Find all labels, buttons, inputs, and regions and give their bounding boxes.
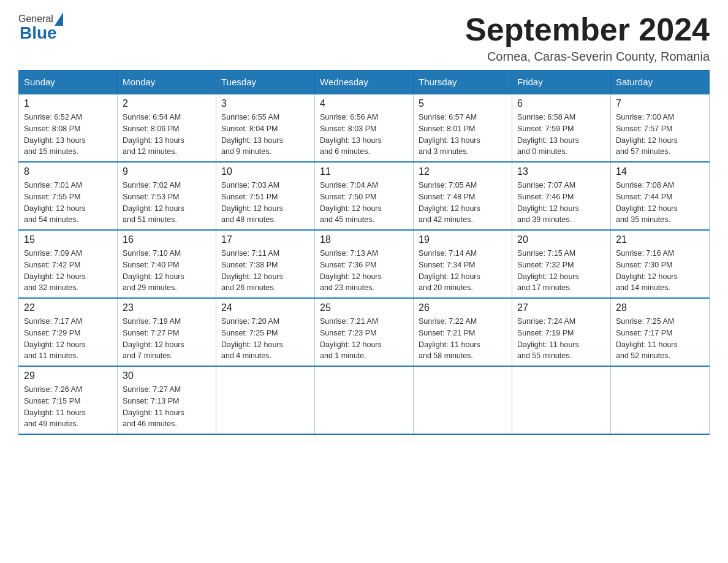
- calendar-cell: 30Sunrise: 7:27 AMSunset: 7:13 PMDayligh…: [118, 366, 216, 434]
- calendar-cell: [512, 366, 611, 434]
- day-number: 7: [616, 98, 704, 109]
- calendar-cell: 17Sunrise: 7:11 AMSunset: 7:38 PMDayligh…: [216, 230, 315, 298]
- day-info: Sunrise: 7:19 AMSunset: 7:27 PMDaylight:…: [123, 316, 211, 362]
- calendar-cell: [216, 366, 315, 434]
- day-number: 12: [419, 166, 507, 177]
- calendar-cell: 28Sunrise: 7:25 AMSunset: 7:17 PMDayligh…: [611, 298, 710, 366]
- month-title: September 2024: [465, 12, 710, 47]
- day-info: Sunrise: 6:54 AMSunset: 8:06 PMDaylight:…: [123, 112, 211, 158]
- day-number: 1: [24, 98, 112, 109]
- calendar-cell: 18Sunrise: 7:13 AMSunset: 7:36 PMDayligh…: [315, 230, 414, 298]
- calendar-cell: 10Sunrise: 7:03 AMSunset: 7:51 PMDayligh…: [216, 162, 315, 230]
- day-number: 14: [616, 166, 704, 177]
- calendar-cell: 4Sunrise: 6:56 AMSunset: 8:03 PMDaylight…: [315, 94, 414, 162]
- day-info: Sunrise: 7:08 AMSunset: 7:44 PMDaylight:…: [616, 180, 704, 226]
- calendar-cell: 21Sunrise: 7:16 AMSunset: 7:30 PMDayligh…: [611, 230, 710, 298]
- day-number: 27: [517, 302, 605, 313]
- calendar-cell: 27Sunrise: 7:24 AMSunset: 7:19 PMDayligh…: [512, 298, 611, 366]
- day-number: 16: [123, 234, 211, 245]
- day-info: Sunrise: 7:15 AMSunset: 7:32 PMDaylight:…: [517, 248, 605, 294]
- calendar-header-saturday: Saturday: [611, 71, 710, 94]
- day-info: Sunrise: 7:26 AMSunset: 7:15 PMDaylight:…: [24, 384, 112, 430]
- day-info: Sunrise: 7:14 AMSunset: 7:34 PMDaylight:…: [419, 248, 507, 294]
- calendar-week-4: 22Sunrise: 7:17 AMSunset: 7:29 PMDayligh…: [19, 298, 710, 366]
- calendar-header-tuesday: Tuesday: [216, 71, 315, 94]
- day-number: 11: [320, 166, 408, 177]
- calendar-cell: 6Sunrise: 6:58 AMSunset: 7:59 PMDaylight…: [512, 94, 611, 162]
- day-info: Sunrise: 6:52 AMSunset: 8:08 PMDaylight:…: [24, 112, 112, 158]
- calendar-week-5: 29Sunrise: 7:26 AMSunset: 7:15 PMDayligh…: [19, 366, 710, 434]
- calendar-cell: 16Sunrise: 7:10 AMSunset: 7:40 PMDayligh…: [118, 230, 216, 298]
- day-number: 10: [221, 166, 309, 177]
- day-info: Sunrise: 6:55 AMSunset: 8:04 PMDaylight:…: [221, 112, 309, 158]
- logo-blue-text: Blue: [20, 23, 57, 43]
- day-info: Sunrise: 7:11 AMSunset: 7:38 PMDaylight:…: [221, 248, 309, 294]
- day-info: Sunrise: 7:16 AMSunset: 7:30 PMDaylight:…: [616, 248, 704, 294]
- day-info: Sunrise: 7:01 AMSunset: 7:55 PMDaylight:…: [24, 180, 112, 226]
- day-info: Sunrise: 7:27 AMSunset: 7:13 PMDaylight:…: [123, 384, 211, 430]
- day-info: Sunrise: 6:58 AMSunset: 7:59 PMDaylight:…: [517, 112, 605, 158]
- calendar-cell: [611, 366, 710, 434]
- day-number: 25: [320, 302, 408, 313]
- day-info: Sunrise: 7:10 AMSunset: 7:40 PMDaylight:…: [123, 248, 211, 294]
- day-number: 28: [616, 302, 704, 313]
- calendar-week-1: 1Sunrise: 6:52 AMSunset: 8:08 PMDaylight…: [19, 94, 710, 162]
- calendar-cell: 1Sunrise: 6:52 AMSunset: 8:08 PMDaylight…: [19, 94, 118, 162]
- page-header: General Blue September 2024 Cornea, Cara…: [18, 12, 710, 64]
- calendar-header-row: SundayMondayTuesdayWednesdayThursdayFrid…: [19, 71, 710, 94]
- calendar-cell: 3Sunrise: 6:55 AMSunset: 8:04 PMDaylight…: [216, 94, 315, 162]
- calendar-cell: 2Sunrise: 6:54 AMSunset: 8:06 PMDaylight…: [118, 94, 216, 162]
- day-number: 5: [419, 98, 507, 109]
- location-subtitle: Cornea, Caras-Severin County, Romania: [465, 50, 710, 64]
- day-number: 15: [24, 234, 112, 245]
- calendar-cell: 20Sunrise: 7:15 AMSunset: 7:32 PMDayligh…: [512, 230, 611, 298]
- day-number: 18: [320, 234, 408, 245]
- day-info: Sunrise: 7:09 AMSunset: 7:42 PMDaylight:…: [24, 248, 112, 294]
- calendar-cell: [315, 366, 414, 434]
- day-info: Sunrise: 6:56 AMSunset: 8:03 PMDaylight:…: [320, 112, 408, 158]
- day-number: 22: [24, 302, 112, 313]
- day-number: 6: [517, 98, 605, 109]
- calendar-cell: 14Sunrise: 7:08 AMSunset: 7:44 PMDayligh…: [611, 162, 710, 230]
- calendar-header-sunday: Sunday: [19, 71, 118, 94]
- calendar-cell: 7Sunrise: 7:00 AMSunset: 7:57 PMDaylight…: [611, 94, 710, 162]
- day-info: Sunrise: 7:05 AMSunset: 7:48 PMDaylight:…: [419, 180, 507, 226]
- calendar-cell: 13Sunrise: 7:07 AMSunset: 7:46 PMDayligh…: [512, 162, 611, 230]
- calendar-header-wednesday: Wednesday: [315, 71, 414, 94]
- calendar-cell: 19Sunrise: 7:14 AMSunset: 7:34 PMDayligh…: [414, 230, 512, 298]
- day-info: Sunrise: 7:21 AMSunset: 7:23 PMDaylight:…: [320, 316, 408, 362]
- day-number: 19: [419, 234, 507, 245]
- day-info: Sunrise: 7:02 AMSunset: 7:53 PMDaylight:…: [123, 180, 211, 226]
- day-info: Sunrise: 7:24 AMSunset: 7:19 PMDaylight:…: [517, 316, 605, 362]
- day-number: 4: [320, 98, 408, 109]
- calendar-cell: 5Sunrise: 6:57 AMSunset: 8:01 PMDaylight…: [414, 94, 512, 162]
- calendar-cell: 8Sunrise: 7:01 AMSunset: 7:55 PMDaylight…: [19, 162, 118, 230]
- day-info: Sunrise: 7:00 AMSunset: 7:57 PMDaylight:…: [616, 112, 704, 158]
- day-number: 24: [221, 302, 309, 313]
- title-section: September 2024 Cornea, Caras-Severin Cou…: [465, 12, 710, 64]
- day-number: 23: [123, 302, 211, 313]
- day-info: Sunrise: 7:25 AMSunset: 7:17 PMDaylight:…: [616, 316, 704, 362]
- day-info: Sunrise: 7:07 AMSunset: 7:46 PMDaylight:…: [517, 180, 605, 226]
- calendar-header-thursday: Thursday: [414, 71, 512, 94]
- day-info: Sunrise: 7:22 AMSunset: 7:21 PMDaylight:…: [419, 316, 507, 362]
- calendar-table: SundayMondayTuesdayWednesdayThursdayFrid…: [18, 70, 710, 435]
- calendar-header-friday: Friday: [512, 71, 611, 94]
- calendar-cell: 22Sunrise: 7:17 AMSunset: 7:29 PMDayligh…: [19, 298, 118, 366]
- day-number: 17: [221, 234, 309, 245]
- calendar-cell: 25Sunrise: 7:21 AMSunset: 7:23 PMDayligh…: [315, 298, 414, 366]
- calendar-cell: 23Sunrise: 7:19 AMSunset: 7:27 PMDayligh…: [118, 298, 216, 366]
- calendar-cell: 26Sunrise: 7:22 AMSunset: 7:21 PMDayligh…: [414, 298, 512, 366]
- day-number: 2: [123, 98, 211, 109]
- calendar-cell: 9Sunrise: 7:02 AMSunset: 7:53 PMDaylight…: [118, 162, 216, 230]
- day-number: 29: [24, 370, 112, 381]
- day-number: 21: [616, 234, 704, 245]
- calendar-cell: 11Sunrise: 7:04 AMSunset: 7:50 PMDayligh…: [315, 162, 414, 230]
- calendar-cell: 24Sunrise: 7:20 AMSunset: 7:25 PMDayligh…: [216, 298, 315, 366]
- calendar-week-2: 8Sunrise: 7:01 AMSunset: 7:55 PMDaylight…: [19, 162, 710, 230]
- day-number: 26: [419, 302, 507, 313]
- day-info: Sunrise: 7:17 AMSunset: 7:29 PMDaylight:…: [24, 316, 112, 362]
- day-info: Sunrise: 6:57 AMSunset: 8:01 PMDaylight:…: [419, 112, 507, 158]
- day-info: Sunrise: 7:13 AMSunset: 7:36 PMDaylight:…: [320, 248, 408, 294]
- calendar-header-monday: Monday: [118, 71, 216, 94]
